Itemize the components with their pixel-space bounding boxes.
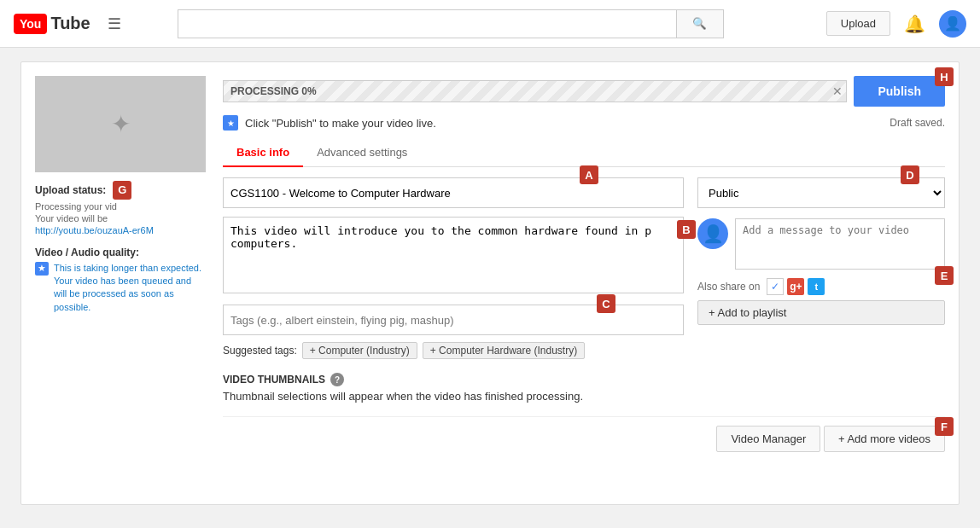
add-more-button[interactable]: + Add more videos bbox=[824, 426, 945, 452]
content-layout: ✦ Upload status: G Processing your vid Y… bbox=[35, 76, 945, 452]
message-input[interactable] bbox=[735, 218, 945, 270]
tabs: Basic info Advanced settings bbox=[223, 139, 945, 167]
suggested-label: Suggested tags: bbox=[223, 345, 297, 357]
tab-advanced-settings[interactable]: Advanced settings bbox=[303, 139, 421, 167]
quality-text: This is taking longer than expected. You… bbox=[54, 262, 206, 315]
right-main: PROCESSING 0% ✕ Publish H ★ Click "Publi… bbox=[223, 76, 945, 452]
notification-bar: ★ Click "Publish" to make your video liv… bbox=[223, 115, 945, 131]
avatar[interactable]: 👤 bbox=[939, 10, 966, 38]
annotation-d: D bbox=[901, 165, 919, 184]
share-icons: ✓ g+ t bbox=[767, 278, 825, 295]
quality-section: Video / Audio quality: ★ This is taking … bbox=[35, 247, 206, 315]
avatar-icon: 👤 bbox=[944, 15, 961, 32]
star-icon-blue: ★ bbox=[35, 262, 49, 276]
upload-button[interactable]: Upload bbox=[826, 11, 890, 36]
search-icon: 🔍 bbox=[692, 17, 707, 30]
share-icon-gplus[interactable]: g+ bbox=[787, 278, 804, 295]
annotation-c: C bbox=[597, 294, 615, 313]
annotation-g: G bbox=[113, 181, 131, 200]
user-avatar-small: 👤 bbox=[697, 218, 728, 249]
annotation-a: A bbox=[580, 165, 598, 184]
header: You Tube ☰ 🔍 Upload 🔔 👤 bbox=[0, 0, 980, 48]
help-icon[interactable]: ? bbox=[330, 373, 344, 386]
search-input[interactable] bbox=[178, 9, 676, 38]
user-avatar-icon: 👤 bbox=[703, 223, 724, 244]
desc-wrapper: This video will introduce you to the com… bbox=[223, 217, 684, 305]
processing-track: PROCESSING 0% ✕ bbox=[223, 80, 847, 102]
title-wrapper: A bbox=[223, 177, 684, 217]
youtube-logo-box: You bbox=[14, 14, 47, 34]
thumbnails-header: VIDEO THUMBNAILS ? bbox=[223, 373, 684, 386]
upload-status: Upload status: G Processing your vid You… bbox=[35, 181, 206, 236]
desc-textarea[interactable]: This video will introduce you to the com… bbox=[223, 217, 684, 293]
upload-status-text: Processing your vid bbox=[35, 201, 206, 212]
notification-text: Click "Publish" to make your video live. bbox=[245, 117, 436, 130]
draft-saved: Draft saved. bbox=[890, 117, 945, 129]
share-icon-check[interactable]: ✓ bbox=[767, 278, 784, 295]
annotation-e: E bbox=[935, 266, 954, 285]
thumbnails-text: Thumbnail selections will appear when th… bbox=[223, 390, 684, 403]
suggested-tag-0[interactable]: + Computer (Industry) bbox=[302, 342, 417, 359]
visibility-wrapper: Public Unlisted Private D bbox=[697, 177, 945, 218]
annotation-f: F bbox=[935, 417, 954, 436]
video-play-icon: ✦ bbox=[111, 110, 131, 138]
form-left: A This video will introduce you to the c… bbox=[223, 177, 684, 403]
bottom-buttons-wrapper: Video Manager + Add more videos F bbox=[716, 426, 945, 452]
message-area: 👤 bbox=[697, 218, 945, 270]
processing-stripes: PROCESSING 0% bbox=[224, 81, 846, 102]
tab-basic-info[interactable]: Basic info bbox=[223, 139, 303, 167]
main-container: ✦ Upload status: G Processing your vid Y… bbox=[20, 61, 960, 505]
header-right: Upload 🔔 👤 bbox=[826, 10, 966, 38]
upload-link[interactable]: http://youtu.be/ouzauA-er6M bbox=[35, 225, 154, 235]
annotation-h: H bbox=[935, 67, 954, 86]
quality-label: Video / Audio quality: bbox=[35, 247, 206, 258]
video-thumbnails: VIDEO THUMBNAILS ? Thumbnail selections … bbox=[223, 373, 684, 403]
hamburger-icon[interactable]: ☰ bbox=[108, 15, 121, 33]
video-manager-button[interactable]: Video Manager bbox=[716, 426, 820, 452]
also-share-label: Also share on bbox=[697, 281, 760, 293]
processing-label: PROCESSING 0% bbox=[230, 85, 317, 97]
left-sidebar: ✦ Upload status: G Processing your vid Y… bbox=[35, 76, 206, 452]
youtube-logo[interactable]: You Tube bbox=[14, 14, 90, 34]
youtube-you: You bbox=[20, 17, 41, 31]
quality-notice: ★ This is taking longer than expected. Y… bbox=[35, 262, 206, 315]
share-icon-twitter[interactable]: t bbox=[808, 278, 825, 295]
also-share: Also share on ✓ g+ t bbox=[697, 278, 945, 295]
search-form: 🔍 bbox=[178, 9, 724, 38]
search-button[interactable]: 🔍 bbox=[676, 9, 724, 38]
notification-left: ★ Click "Publish" to make your video liv… bbox=[223, 115, 436, 131]
youtube-tube: Tube bbox=[50, 14, 90, 33]
publish-button[interactable]: Publish bbox=[854, 76, 945, 107]
suggested-tag-1[interactable]: + Computer Hardware (Industry) bbox=[423, 342, 585, 359]
suggested-tags: Suggested tags: + Computer (Industry) + … bbox=[223, 342, 684, 359]
form-right: Public Unlisted Private D 👤 bbox=[697, 177, 945, 403]
also-share-wrapper: Also share on ✓ g+ t E bbox=[697, 278, 945, 295]
add-playlist-button[interactable]: + Add to playlist bbox=[697, 300, 945, 325]
form-layout: A This video will introduce you to the c… bbox=[223, 177, 945, 403]
bell-icon[interactable]: 🔔 bbox=[904, 14, 925, 34]
processing-close-icon[interactable]: ✕ bbox=[832, 84, 843, 98]
tags-wrapper: C bbox=[223, 305, 684, 335]
upload-link-pre: Your video will be bbox=[35, 213, 206, 223]
upload-status-label: Upload status: bbox=[35, 184, 106, 196]
title-input[interactable] bbox=[223, 177, 684, 208]
processing-bar: PROCESSING 0% ✕ Publish H bbox=[223, 76, 945, 107]
star-icon-small: ★ bbox=[223, 115, 238, 131]
bottom-bar: Video Manager + Add more videos F bbox=[223, 416, 945, 452]
annotation-b: B bbox=[677, 220, 696, 239]
thumbnails-header-text: VIDEO THUMBNAILS bbox=[223, 374, 325, 386]
video-preview: ✦ bbox=[35, 76, 206, 172]
